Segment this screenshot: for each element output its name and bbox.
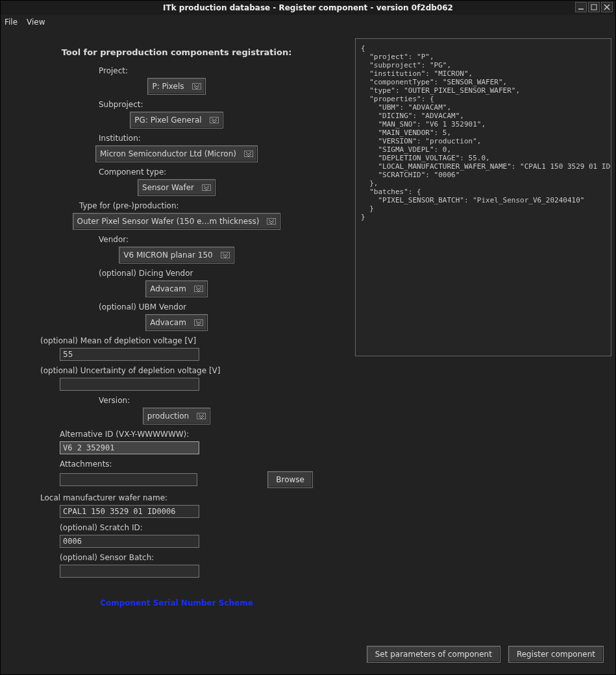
institution-select[interactable]: Micron Semiconductor Ltd (Micron): [95, 145, 258, 162]
page-heading: Tool for preproduction components regist…: [62, 47, 292, 57]
dicing-vendor-select[interactable]: Advacam: [145, 280, 208, 297]
vendor-select[interactable]: V6 MICRON planar 150: [119, 247, 234, 264]
label-dicing-vendor: (optional) Dicing Vendor: [99, 269, 254, 278]
institution-select-value: Micron Semiconductor Ltd (Micron): [100, 149, 236, 158]
register-component-button[interactable]: Register component: [508, 646, 604, 663]
chevron-down-icon: [197, 413, 206, 419]
chevron-down-icon: [244, 151, 253, 157]
menu-bar: File View: [1, 15, 615, 29]
label-alt-id: Alternative ID (VX-Y-WWWWWW):: [60, 430, 313, 439]
label-scratch-id: (optional) Scratch ID:: [60, 523, 313, 532]
window-title: ITk production database - Register compo…: [163, 3, 453, 12]
component-type-select[interactable]: Sensor Wafer: [138, 179, 216, 196]
component-type-select-value: Sensor Wafer: [142, 183, 194, 192]
project-select[interactable]: P: Pixels: [147, 78, 205, 95]
chevron-down-icon: [210, 117, 219, 123]
vendor-select-value: V6 MICRON planar 150: [123, 251, 212, 260]
menu-file[interactable]: File: [5, 18, 18, 27]
project-select-value: P: Pixels: [152, 82, 184, 91]
label-project: Project:: [99, 66, 254, 75]
minimize-button[interactable]: [575, 2, 587, 12]
menu-view[interactable]: View: [27, 18, 45, 27]
scratch-id-input[interactable]: 0006: [60, 535, 199, 548]
label-vendor: Vendor:: [99, 235, 254, 244]
label-subproject: Subproject:: [99, 100, 254, 109]
chevron-down-icon: [194, 286, 203, 292]
browse-button[interactable]: Browse: [267, 471, 313, 488]
label-local-mfr: Local manufacturer wafer name:: [40, 493, 313, 502]
chevron-down-icon: [267, 218, 276, 225]
serial-number-scheme-link[interactable]: Component Serial Number Scheme: [100, 598, 253, 608]
label-ubm-vendor: (optional) UBM Vendor: [99, 302, 254, 312]
label-component-type: Component type:: [99, 167, 254, 177]
attachments-input[interactable]: [60, 473, 197, 486]
version-select[interactable]: production: [143, 408, 210, 424]
form-pane: Tool for preproduction components regist…: [5, 33, 349, 642]
set-parameters-button[interactable]: Set parameters of component: [367, 646, 500, 663]
sensor-batch-input[interactable]: [60, 565, 199, 578]
type-preprod-select[interactable]: Outer Pixel Sensor Wafer (150 e…m thickn…: [73, 213, 281, 230]
label-institution: Institution:: [99, 134, 254, 143]
subproject-select-value: PG: Pixel General: [134, 116, 201, 125]
footer-bar: Set parameters of component Register com…: [1, 642, 615, 674]
label-attachments: Attachments:: [60, 460, 313, 469]
ubm-vendor-select[interactable]: Advacam: [145, 314, 208, 331]
chevron-down-icon: [194, 319, 203, 326]
app-window: ITk production database - Register compo…: [0, 0, 616, 675]
label-unc-depl: (optional) Uncertainty of depletion volt…: [40, 366, 313, 375]
label-type-preprod: Type for (pre-)production:: [79, 201, 274, 210]
alt-id-input[interactable]: V6 2 352901: [60, 441, 199, 454]
subproject-select[interactable]: PG: Pixel General: [130, 112, 223, 129]
mean-depletion-input[interactable]: 55: [60, 348, 199, 361]
dicing-vendor-select-value: Advacam: [150, 284, 186, 293]
chevron-down-icon: [202, 184, 211, 191]
type-preprod-select-value: Outer Pixel Sensor Wafer (150 e…m thickn…: [77, 217, 260, 226]
version-select-value: production: [147, 411, 189, 421]
maximize-button[interactable]: [588, 2, 600, 12]
ubm-vendor-select-value: Advacam: [150, 318, 186, 327]
chevron-down-icon: [192, 83, 201, 90]
label-mean-depl: (optional) Mean of depletion voltage [V]: [40, 336, 313, 345]
label-version: Version:: [99, 396, 254, 405]
chevron-down-icon: [221, 252, 230, 258]
label-sensor-batch: (optional) Sensor Batch:: [60, 553, 313, 562]
json-preview-pane[interactable]: { "project": "P", "subproject": "PG", "i…: [355, 38, 611, 356]
close-button[interactable]: [601, 2, 613, 12]
title-bar: ITk production database - Register compo…: [1, 1, 615, 15]
uncertainty-depletion-input[interactable]: [60, 378, 199, 391]
svg-rect-1: [591, 5, 597, 10]
local-mfr-input[interactable]: CPAL1 150 3529 01 ID0006: [60, 505, 199, 518]
